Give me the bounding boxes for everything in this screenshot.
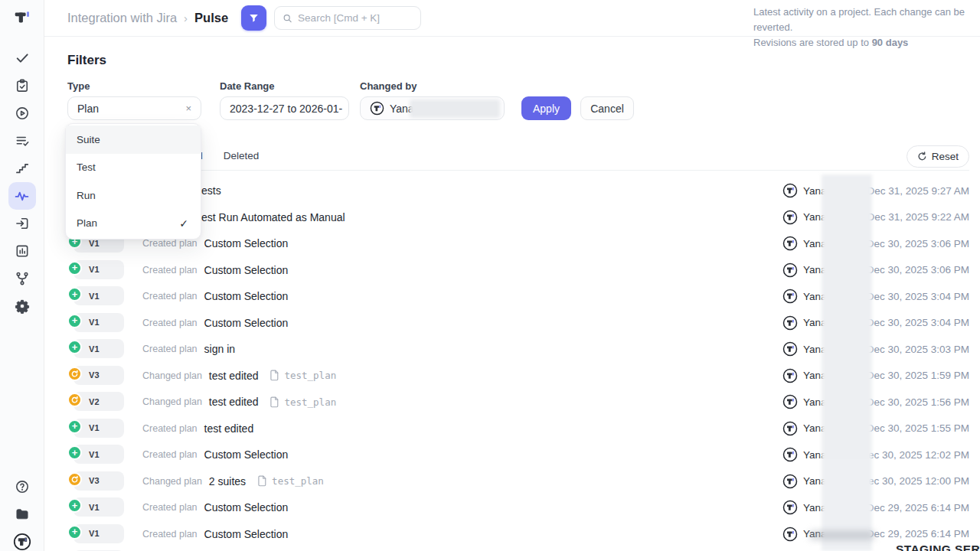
- user-avatar-icon: [782, 474, 798, 489]
- change-title: test edited: [209, 370, 259, 382]
- row-user: Yana: [782, 315, 827, 331]
- sidebar-bottom: [8, 473, 36, 551]
- row-user: Yana: [782, 210, 827, 225]
- action-label: Changed plan: [142, 476, 202, 487]
- user-avatar-icon: [782, 289, 798, 304]
- user-avatar-icon: [370, 101, 384, 116]
- timestamp: Dec 30, 2025 3:06 PM: [867, 238, 969, 249]
- sidebar-item-import[interactable]: [8, 210, 36, 237]
- filter-toggle-button[interactable]: [241, 5, 266, 31]
- type-select[interactable]: Plan ×: [67, 96, 201, 120]
- timestamp: Dec 31, 2025 9:22 AM: [867, 211, 969, 223]
- tabs-row: ChangedDeleted Reset: [161, 143, 969, 171]
- action-label: Created plan: [142, 502, 198, 513]
- page-header: Integration with Jira › Pulse Latest act…: [44, 0, 980, 37]
- sidebar-item-runs[interactable]: [8, 99, 36, 127]
- row-user: Yana: [782, 394, 827, 409]
- row-user: Yana: [782, 236, 827, 251]
- sidebar-item-tests[interactable]: [8, 44, 36, 72]
- sidebar-item-plans[interactable]: [8, 127, 36, 155]
- date-range-input[interactable]: 2023-12-27 to 2026-01-: [220, 96, 349, 120]
- steps-icon: [15, 161, 30, 176]
- row-user: Yana: [782, 500, 827, 515]
- breadcrumb-project[interactable]: Integration with Jira: [67, 11, 177, 25]
- user-avatar-icon: [782, 421, 798, 436]
- version-label: V1: [89, 503, 100, 512]
- help-icon: [15, 479, 30, 494]
- dropdown-option-run[interactable]: Run: [66, 181, 201, 210]
- change-type-icon: +: [67, 314, 82, 328]
- version-pill: V1 +: [67, 260, 142, 280]
- timestamp: Dec 30, 2025 12:02 PM: [861, 449, 969, 461]
- retention-days: 90 days: [872, 37, 909, 48]
- sidebar-item-settings[interactable]: [8, 292, 36, 320]
- reset-button[interactable]: Reset: [906, 145, 969, 168]
- changed-by-label: Changed by: [360, 80, 505, 92]
- privacy-blur-smudge: [810, 531, 874, 540]
- dropdown-option-test[interactable]: Test: [66, 154, 201, 182]
- type-dropdown: SuiteTestRunPlan✓: [65, 123, 201, 240]
- action-label: Created plan: [142, 344, 198, 354]
- action-label: Created plan: [142, 265, 198, 276]
- sidebar-item-pulse[interactable]: [8, 182, 36, 210]
- list-check-icon: [15, 133, 30, 148]
- version-pill: V3 +: [67, 366, 142, 386]
- timestamp: Dec 30, 2025 1:59 PM: [867, 370, 969, 381]
- cancel-button[interactable]: Cancel: [580, 96, 634, 120]
- change-title: Custom Selection: [204, 237, 289, 249]
- clear-type-icon[interactable]: ×: [185, 103, 191, 114]
- dropdown-option-plan[interactable]: Plan✓: [66, 210, 201, 238]
- change-title: test edited: [209, 396, 259, 408]
- play-circle-icon: [15, 106, 30, 121]
- date-filter-field: Date Range 2023-12-27 to 2026-01-: [220, 80, 349, 120]
- change-title: Custom Selection: [204, 317, 289, 329]
- file-icon: [269, 396, 279, 408]
- changed-by-select[interactable]: Yana: [360, 96, 505, 120]
- version-pill: V1 +: [67, 497, 142, 517]
- privacy-blur-band: [822, 174, 872, 551]
- user-avatar-icon: [782, 500, 798, 515]
- dropdown-option-suite[interactable]: Suite: [66, 126, 201, 154]
- plan-link[interactable]: test_plan: [269, 370, 336, 381]
- version-pill: V1 +: [67, 313, 142, 333]
- change-title: ests: [201, 184, 221, 197]
- sidebar-item-suites[interactable]: [8, 72, 36, 99]
- change-title: test edited: [204, 422, 254, 435]
- change-title: Custom Selection: [204, 264, 289, 276]
- tab-deleted[interactable]: Deleted: [224, 150, 260, 163]
- action-label: Changed plan: [142, 396, 202, 407]
- sidebar-item-account[interactable]: [8, 528, 36, 551]
- filters-title: Filters: [67, 53, 969, 68]
- sidebar-item-projects[interactable]: [8, 500, 36, 528]
- funnel-icon: [248, 12, 260, 24]
- plan-link[interactable]: test_plan: [256, 475, 324, 487]
- date-range-label: Date Range: [220, 80, 349, 92]
- action-label: Created plan: [142, 318, 198, 328]
- redacted-name: [410, 99, 500, 118]
- version-label: V1: [89, 344, 100, 354]
- page-info-text: Latest activity on a project. Each chang…: [753, 5, 969, 51]
- sidebar-item-branches[interactable]: [8, 265, 36, 292]
- plan-link[interactable]: test_plan: [269, 396, 336, 408]
- timestamp: Dec 29, 2025 6:14 PM: [867, 502, 969, 514]
- search-input[interactable]: [298, 12, 413, 24]
- staging-server-label: STAGING SERVER: [896, 543, 980, 551]
- user-avatar-icon: [782, 341, 798, 357]
- sidebar-item-reports[interactable]: [8, 237, 36, 265]
- search-icon: [283, 13, 292, 24]
- action-label: Created plan: [142, 449, 198, 460]
- version-label: V2: [89, 397, 100, 406]
- search-box[interactable]: [274, 6, 421, 30]
- change-type-icon: +: [67, 367, 82, 381]
- sidebar-item-steps[interactable]: [8, 155, 36, 182]
- version-label: V1: [89, 265, 100, 274]
- refresh-icon: [917, 152, 927, 161]
- app-logo[interactable]: [12, 8, 32, 28]
- apply-button[interactable]: Apply: [521, 96, 571, 120]
- change-title: sign in: [204, 343, 235, 355]
- action-label: Created plan: [142, 291, 198, 302]
- date-range-value: 2023-12-27 to 2026-01-: [230, 103, 342, 115]
- type-label: Type: [67, 80, 201, 92]
- timestamp: Dec 29, 2025 6:14 PM: [867, 528, 969, 540]
- sidebar-item-help[interactable]: [8, 473, 36, 500]
